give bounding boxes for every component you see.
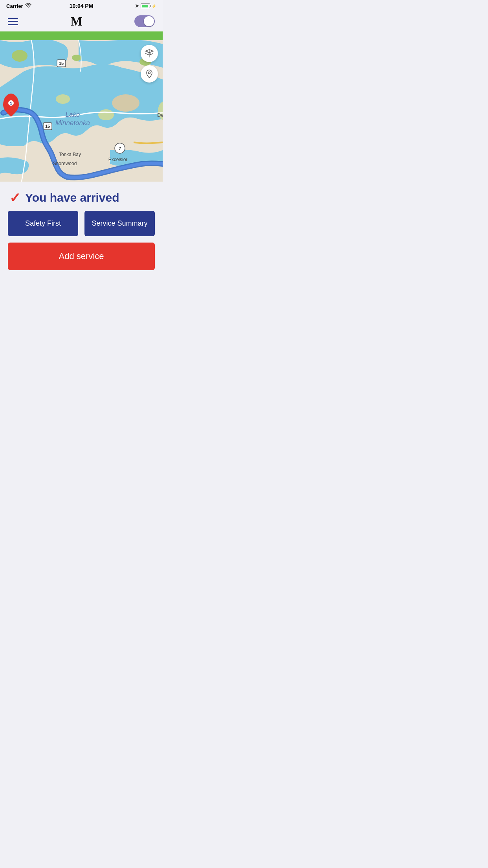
svg-point-3 — [98, 109, 114, 120]
wifi-icon — [25, 3, 31, 9]
svg-point-7 — [72, 55, 81, 61]
arrival-message: You have arrived — [25, 191, 119, 204]
svg-text:Tonka Bay: Tonka Bay — [59, 152, 81, 157]
app-logo: M — [70, 14, 82, 29]
svg-point-28 — [149, 72, 150, 74]
checkmark-icon: ✓ — [9, 191, 20, 204]
svg-text:Excelsior: Excelsior — [108, 157, 128, 162]
svg-text:Shorewood: Shorewood — [53, 161, 77, 166]
svg-point-0 — [28, 7, 29, 7]
app-header: M — [0, 11, 163, 31]
svg-text:1: 1 — [10, 101, 12, 106]
add-service-button[interactable]: Add service — [8, 243, 155, 270]
svg-text:15: 15 — [45, 124, 50, 129]
svg-text:Minnetonka: Minnetonka — [55, 119, 90, 127]
svg-text:De: De — [157, 112, 163, 118]
svg-text:Lake: Lake — [66, 111, 80, 118]
charging-icon: ⚡ — [152, 4, 156, 8]
green-status-bar — [0, 31, 163, 40]
carrier-label: Carrier — [6, 3, 23, 9]
safety-first-button[interactable]: Safety First — [8, 211, 78, 236]
menu-button[interactable] — [8, 18, 18, 25]
svg-point-2 — [112, 94, 139, 112]
map-view[interactable]: 15 15 15 7 1 Lake Minnetonka Tonka Bay E… — [0, 40, 163, 182]
action-buttons-row: Safety First Service Summary — [8, 211, 155, 236]
location-icon: ➤ — [135, 3, 139, 9]
map-layer-button[interactable] — [141, 45, 158, 62]
time-display: 10:04 PM — [70, 3, 94, 9]
toggle-switch[interactable] — [134, 15, 155, 27]
bottom-panel: ✓ You have arrived Safety First Service … — [0, 182, 163, 278]
arrival-status: ✓ You have arrived — [8, 191, 155, 204]
map-location-button[interactable] — [141, 65, 158, 83]
toggle-knob — [144, 16, 154, 26]
svg-text:15: 15 — [59, 61, 64, 66]
map-controls — [141, 45, 158, 83]
svg-point-4 — [56, 94, 70, 104]
status-bar: Carrier 10:04 PM ➤ ⚡ — [0, 0, 163, 11]
svg-text:7: 7 — [119, 146, 121, 151]
battery-icon — [141, 4, 150, 8]
svg-point-5 — [12, 50, 28, 62]
service-summary-button[interactable]: Service Summary — [84, 211, 155, 236]
